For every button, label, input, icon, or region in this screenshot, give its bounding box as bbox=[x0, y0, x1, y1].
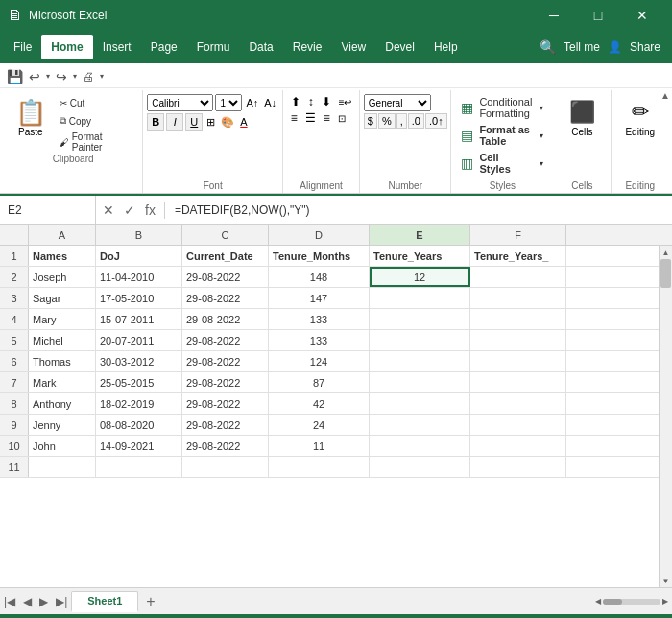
font-size-select[interactable]: 11 bbox=[215, 94, 242, 111]
menu-review[interactable]: Revie bbox=[283, 35, 332, 59]
decrease-font-btn[interactable]: A↓ bbox=[262, 96, 278, 109]
undo-dropdown-btn[interactable]: ▾ bbox=[43, 70, 53, 83]
cell-5-F[interactable] bbox=[470, 330, 566, 350]
font-color-btn[interactable]: A bbox=[238, 115, 249, 129]
cell-10-D[interactable]: 11 bbox=[269, 436, 370, 456]
comma-btn[interactable]: , bbox=[396, 113, 407, 129]
merge-btn[interactable]: ⊡ bbox=[335, 112, 348, 125]
row-num-2[interactable]: 2 bbox=[0, 267, 29, 287]
align-center-btn[interactable]: ☰ bbox=[302, 110, 319, 126]
cell-1-D[interactable]: Tenure_Months bbox=[269, 246, 370, 266]
sheet-nav-next-btn[interactable]: ▶ bbox=[36, 595, 52, 608]
cell-7-B[interactable]: 25-05-2015 bbox=[96, 372, 182, 392]
share-label[interactable]: Share bbox=[630, 40, 660, 54]
menu-data[interactable]: Data bbox=[239, 35, 282, 59]
confirm-formula-btn[interactable]: ✓ bbox=[121, 202, 138, 218]
row-num-8[interactable]: 8 bbox=[0, 393, 29, 414]
cell-5-E[interactable] bbox=[370, 330, 470, 350]
cell-11-F[interactable] bbox=[470, 457, 566, 477]
cell-11-C[interactable] bbox=[182, 457, 269, 477]
cell-8-B[interactable]: 18-02-2019 bbox=[96, 393, 182, 414]
cell-7-C[interactable]: 29-08-2022 bbox=[182, 372, 269, 392]
format-table-arrow[interactable]: ▾ bbox=[540, 131, 543, 140]
align-left-btn[interactable]: ≡ bbox=[288, 110, 300, 126]
underline-button[interactable]: U bbox=[185, 113, 203, 131]
cell-10-B[interactable]: 14-09-2021 bbox=[96, 436, 182, 456]
menu-page[interactable]: Page bbox=[141, 35, 187, 59]
cell-7-F[interactable] bbox=[470, 372, 566, 392]
cell-6-A[interactable]: Thomas bbox=[29, 351, 96, 371]
decrease-decimal-btn[interactable]: .0↑ bbox=[425, 113, 447, 129]
hscroll-right-btn[interactable]: ▶ bbox=[662, 597, 668, 606]
cell-6-C[interactable]: 29-08-2022 bbox=[182, 351, 269, 371]
col-header-f[interactable]: F bbox=[470, 225, 566, 245]
cell-2-D[interactable]: 148 bbox=[269, 267, 370, 287]
cell-1-B[interactable]: DoJ bbox=[96, 246, 182, 266]
cell-2-A[interactable]: Joseph bbox=[29, 267, 96, 287]
cell-6-E[interactable] bbox=[370, 351, 470, 371]
format-painter-button[interactable]: 🖌 Format Painter bbox=[56, 131, 139, 154]
cell-10-F[interactable] bbox=[470, 436, 566, 456]
cell-6-F[interactable] bbox=[470, 351, 566, 371]
sheet-nav-first-btn[interactable]: |◀ bbox=[0, 595, 19, 608]
cell-8-D[interactable]: 42 bbox=[269, 393, 370, 414]
sheet-tab-sheet1[interactable]: Sheet1 bbox=[71, 591, 138, 612]
col-header-b[interactable]: B bbox=[96, 225, 182, 245]
align-right-btn[interactable]: ≡ bbox=[321, 110, 333, 126]
cell-7-A[interactable]: Mark bbox=[29, 372, 96, 392]
minimize-button[interactable]: ─ bbox=[532, 0, 576, 31]
row-num-10[interactable]: 10 bbox=[0, 436, 29, 456]
row-num-3[interactable]: 3 bbox=[0, 288, 29, 308]
cell-4-B[interactable]: 15-07-2011 bbox=[96, 309, 182, 329]
cell-4-C[interactable]: 29-08-2022 bbox=[182, 309, 269, 329]
percent-btn[interactable]: % bbox=[378, 113, 396, 129]
scroll-down-btn[interactable]: ▼ bbox=[660, 574, 672, 587]
cell-1-A[interactable]: Names bbox=[29, 246, 96, 266]
row-num-6[interactable]: 6 bbox=[0, 351, 29, 371]
align-middle-btn[interactable]: ↕ bbox=[305, 94, 317, 109]
col-header-d[interactable]: D bbox=[269, 225, 370, 245]
cell-9-E[interactable] bbox=[370, 415, 470, 435]
cell-2-F[interactable] bbox=[470, 267, 566, 287]
menu-formulas[interactable]: Formu bbox=[187, 35, 240, 59]
scroll-up-btn[interactable]: ▲ bbox=[660, 246, 672, 259]
cell-4-D[interactable]: 133 bbox=[269, 309, 370, 329]
collapse-ribbon-btn[interactable]: ▲ bbox=[660, 90, 670, 101]
add-sheet-btn[interactable]: + bbox=[140, 593, 160, 610]
maximize-button[interactable]: □ bbox=[576, 0, 620, 31]
menu-file[interactable]: File bbox=[4, 35, 41, 59]
align-bottom-btn[interactable]: ⬇ bbox=[319, 94, 334, 109]
cell-3-D[interactable]: 147 bbox=[269, 288, 370, 308]
customize-qa-arrow[interactable]: ▾ bbox=[97, 70, 107, 83]
insert-function-btn[interactable]: fx bbox=[142, 202, 158, 218]
hscroll-track[interactable] bbox=[603, 599, 660, 605]
italic-button[interactable]: I bbox=[166, 113, 183, 131]
cell-9-A[interactable]: Jenny bbox=[29, 415, 96, 435]
sheet-nav-last-btn[interactable]: ▶| bbox=[52, 595, 71, 608]
menu-home[interactable]: Home bbox=[41, 35, 92, 59]
cell-8-C[interactable]: 29-08-2022 bbox=[182, 393, 269, 414]
cell-11-D[interactable] bbox=[269, 457, 370, 477]
cell-8-F[interactable] bbox=[470, 393, 566, 414]
menu-help[interactable]: Help bbox=[424, 35, 468, 59]
col-header-a[interactable]: A bbox=[29, 225, 96, 245]
border-btn[interactable]: ⊞ bbox=[204, 115, 217, 130]
cell-10-E[interactable] bbox=[370, 436, 470, 456]
currency-btn[interactable]: $ bbox=[364, 113, 377, 129]
cell-6-D[interactable]: 124 bbox=[269, 351, 370, 371]
scroll-track[interactable] bbox=[660, 259, 672, 574]
cell-10-A[interactable]: John bbox=[29, 436, 96, 456]
scroll-thumb[interactable] bbox=[660, 259, 671, 288]
conditional-formatting-btn[interactable]: ▦ Conditional Formatting ▾ bbox=[457, 94, 547, 121]
cell-1-C[interactable]: Current_Date bbox=[182, 246, 269, 266]
increase-decimal-btn[interactable]: .0 bbox=[408, 113, 424, 129]
qa-more-btn[interactable]: ▾ bbox=[70, 70, 80, 83]
col-header-c[interactable]: C bbox=[182, 225, 269, 245]
paste-button[interactable]: 📋 Paste bbox=[8, 94, 54, 139]
cell-4-F[interactable] bbox=[470, 309, 566, 329]
tell-me-label[interactable]: Tell me bbox=[564, 40, 600, 54]
menu-insert[interactable]: Insert bbox=[93, 35, 141, 59]
font-family-select[interactable]: Calibri bbox=[147, 94, 213, 111]
cell-3-F[interactable] bbox=[470, 288, 566, 308]
cell-2-B[interactable]: 11-04-2010 bbox=[96, 267, 182, 287]
